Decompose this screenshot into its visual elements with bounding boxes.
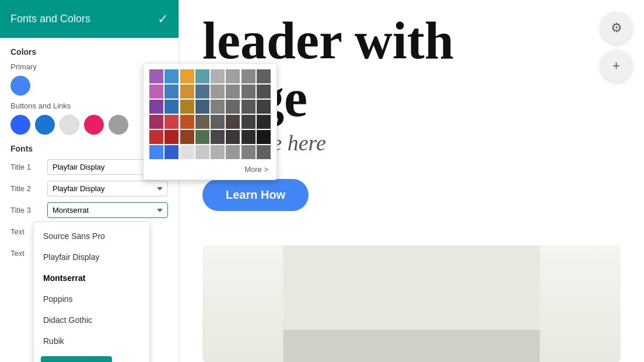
color-cell[interactable] — [257, 85, 271, 99]
color-cell[interactable] — [149, 100, 163, 114]
color-cell[interactable] — [242, 85, 256, 99]
title2-select[interactable]: Playfair Display — [47, 181, 168, 196]
color-cell[interactable] — [226, 85, 240, 99]
color-cell[interactable] — [257, 115, 271, 129]
title2-label: Title 2 — [10, 184, 43, 193]
color-cell[interactable] — [242, 69, 256, 83]
settings-button[interactable]: ⚙ — [600, 12, 632, 44]
swatch-pink[interactable] — [84, 115, 104, 135]
color-cell[interactable] — [195, 100, 209, 114]
swatch-blue-medium[interactable] — [35, 115, 55, 135]
title3-select[interactable]: Montserrat — [47, 202, 168, 218]
color-cell[interactable] — [195, 115, 209, 129]
color-cell[interactable] — [164, 69, 178, 83]
primary-color-button[interactable] — [10, 76, 30, 96]
color-cell[interactable] — [180, 85, 194, 99]
color-cell[interactable] — [257, 130, 271, 144]
color-cell[interactable] — [164, 85, 178, 99]
svg-rect-8 — [284, 330, 540, 362]
color-cell[interactable] — [164, 100, 178, 114]
color-cell[interactable] — [149, 69, 163, 83]
dropdown-item-poppins[interactable]: Poppins — [34, 289, 149, 310]
color-cell[interactable] — [164, 130, 178, 144]
color-picker-popup: More > — [143, 63, 277, 180]
color-cell[interactable] — [180, 100, 194, 114]
color-cell[interactable] — [180, 145, 194, 159]
hero-image — [202, 245, 621, 362]
color-cell[interactable] — [211, 100, 225, 114]
color-cell[interactable] — [211, 115, 225, 129]
plus-icon: + — [612, 58, 620, 73]
dropdown-item-didact[interactable]: Didact Gothic — [34, 310, 149, 331]
color-cell[interactable] — [226, 145, 240, 159]
color-cell[interactable] — [211, 69, 225, 83]
color-cell[interactable] — [180, 69, 194, 83]
color-cell[interactable] — [180, 115, 194, 129]
font-row-title3: Title 3 Montserrat — [10, 202, 168, 218]
hero-title-line1: leader with — [202, 12, 454, 69]
panel-title: Fonts and Colors — [10, 13, 90, 25]
color-cell[interactable] — [242, 145, 256, 159]
color-cell[interactable] — [149, 130, 163, 144]
color-cell[interactable] — [164, 145, 178, 159]
dropdown-item-rubik[interactable]: Rubik — [34, 331, 149, 352]
color-cell[interactable] — [257, 100, 271, 114]
lamp-image — [202, 245, 621, 362]
color-cell[interactable] — [257, 69, 271, 83]
color-cell[interactable] — [226, 130, 240, 144]
color-cell[interactable] — [149, 115, 163, 129]
color-cell[interactable] — [180, 130, 194, 144]
main-content: leader with nage r subtitle here Learn H… — [179, 0, 644, 362]
color-cell[interactable] — [195, 69, 209, 83]
color-cell[interactable] — [211, 145, 225, 159]
gear-icon: ⚙ — [611, 20, 622, 36]
color-cell[interactable] — [195, 145, 209, 159]
panel-header: Fonts and Colors ✓ — [0, 0, 178, 38]
color-cell[interactable] — [164, 115, 178, 129]
title1-label: Title 1 — [10, 163, 43, 171]
swatch-gray-light[interactable] — [60, 115, 79, 135]
color-cell[interactable] — [242, 115, 256, 129]
color-grid — [149, 69, 271, 159]
color-cell[interactable] — [226, 115, 240, 129]
colors-label: Colors — [10, 47, 168, 57]
color-cell[interactable] — [149, 145, 163, 159]
dropdown-item-source-sans[interactable]: Source Sans Pro — [34, 226, 149, 247]
color-cell[interactable] — [195, 85, 209, 99]
learn-how-button[interactable]: Learn How — [202, 179, 309, 211]
color-cell[interactable] — [226, 100, 240, 114]
color-cell[interactable] — [211, 85, 225, 99]
swatch-gray-medium[interactable] — [108, 115, 128, 135]
color-cell[interactable] — [242, 100, 256, 114]
color-cell[interactable] — [257, 145, 271, 159]
more-fonts-button[interactable]: MORE FONTS — [41, 356, 112, 362]
color-cell[interactable] — [242, 130, 256, 144]
svg-rect-7 — [284, 245, 540, 330]
color-cell[interactable] — [211, 130, 225, 144]
font-row-title2: Title 2 Playfair Display — [10, 181, 168, 196]
font-dropdown-menu: Source Sans Pro Playfair Display Montser… — [33, 222, 150, 362]
color-cell[interactable] — [226, 69, 240, 83]
right-actions: ⚙ + — [600, 12, 632, 82]
confirm-icon[interactable]: ✓ — [158, 12, 168, 27]
title3-label: Title 3 — [10, 206, 43, 215]
add-button[interactable]: + — [600, 50, 632, 82]
dropdown-item-montserrat[interactable]: Montserrat — [34, 268, 149, 289]
color-cell[interactable] — [195, 130, 209, 144]
more-colors-link[interactable]: More > — [149, 165, 271, 174]
dropdown-item-playfair[interactable]: Playfair Display — [34, 247, 149, 268]
swatch-blue-dark[interactable] — [10, 115, 30, 135]
color-cell[interactable] — [149, 85, 163, 99]
